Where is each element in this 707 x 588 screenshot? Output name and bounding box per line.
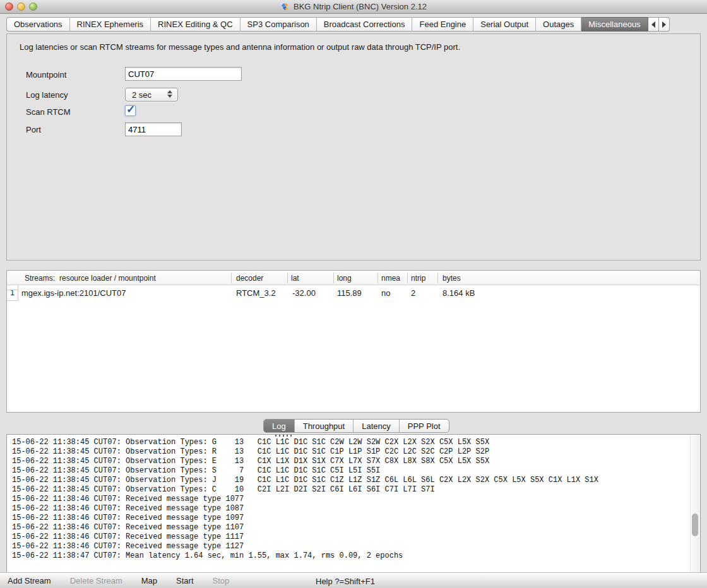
log-line: 15-06-22 11:38:47 CUT07: Mean latency 1.… (12, 551, 684, 561)
tab-label: Observations (14, 20, 62, 29)
bnc-window: { "window": { "title": "BKG Ntrip Client… (0, 0, 707, 588)
delete-stream-button: Delete Stream (70, 576, 122, 585)
streams-header-label: Streams: (25, 274, 55, 283)
cell-nmea: no (381, 288, 390, 298)
streams-table-header: Streams: resource loader / mountpoint de… (7, 271, 700, 285)
log-tab-bar: Log Throughput Latency PPP Plot (263, 419, 449, 433)
log-tab-label: Throughput (303, 421, 345, 431)
log-line: 15-06-22 11:38:45 CUT07: Observation Typ… (12, 457, 684, 466)
log-output[interactable]: 15-06-22 11:38:45 CUT07: Observation Typ… (6, 434, 701, 573)
col-header-long: long (337, 274, 352, 283)
cell-ntrip: 2 (411, 288, 415, 298)
scan-rtcm-label: Scan RTCM (26, 107, 71, 117)
tab-label: Feed Engine (419, 20, 466, 29)
tab-broadcast-corrections[interactable]: Broadcast Corrections (317, 17, 413, 32)
log-line: 15-06-22 11:38:46 CUT07: Received messag… (12, 504, 684, 514)
close-window-button[interactable] (5, 3, 13, 11)
cell-mountpoint: mgex.igs-ip.net:2101/CUT07 (21, 288, 126, 298)
stop-button: Stop (213, 576, 230, 585)
tab-log[interactable]: Log (264, 420, 295, 432)
cell-long: 115.89 (337, 288, 362, 298)
panel-description: Log latencies or scan RTCM streams for m… (20, 42, 460, 52)
col-header-decoder: decoder (236, 274, 263, 283)
start-button[interactable]: Start (176, 576, 193, 585)
tab-label: SP3 Comparison (247, 20, 309, 29)
clipped-log-line (275, 435, 293, 437)
zoom-window-button[interactable] (29, 3, 37, 11)
tab-label: Outages (543, 20, 574, 29)
mountpoint-label: Mountpoint (26, 70, 66, 79)
port-input[interactable] (125, 122, 182, 136)
tab-scroll-left-icon[interactable] (648, 17, 659, 32)
log-scrollbar[interactable] (690, 435, 699, 573)
main-tab-bar: Observations RINEX Ephemeris RINEX Editi… (6, 17, 670, 32)
map-button[interactable]: Map (141, 576, 157, 585)
row-number-gutter (7, 286, 18, 290)
log-line: 15-06-22 11:38:45 CUT07: Observation Typ… (12, 438, 684, 447)
window-title: BKG Ntrip Client (BNC) Version 2.12 (294, 2, 427, 11)
log-scrollbar-thumb[interactable] (692, 514, 698, 536)
log-lines: 15-06-22 11:38:45 CUT07: Observation Typ… (12, 438, 684, 561)
tab-scroll-arrows (648, 17, 670, 32)
stepper-arrows-icon (167, 90, 172, 98)
tab-miscellaneous[interactable]: Miscellaneous (581, 17, 648, 32)
tab-observations[interactable]: Observations (6, 17, 70, 32)
tab-throughput[interactable]: Throughput (295, 420, 354, 432)
log-line: 15-06-22 11:38:46 CUT07: Received messag… (12, 514, 684, 523)
tab-rinex-editing-qc[interactable]: RINEX Editing & QC (151, 17, 241, 32)
minimize-window-button[interactable] (17, 3, 25, 11)
tab-feed-engine[interactable]: Feed Engine (412, 17, 473, 32)
log-latency-value: 2 sec (132, 90, 152, 100)
tab-latency[interactable]: Latency (354, 420, 400, 432)
log-tab-label: Log (272, 421, 286, 431)
bnc-app-icon (280, 2, 290, 11)
tab-scroll-right-icon[interactable] (659, 17, 670, 32)
log-line: 15-06-22 11:38:45 CUT07: Observation Typ… (12, 466, 684, 476)
add-stream-button[interactable]: Add Stream (8, 576, 51, 585)
tab-label: Miscellaneous (588, 20, 640, 29)
tab-label: RINEX Ephemeris (77, 20, 143, 29)
log-latency-dropdown[interactable]: 2 sec (125, 88, 178, 102)
col-header-nmea: nmea (381, 274, 400, 283)
miscellaneous-panel: Log latencies or scan RTCM streams for m… (6, 33, 701, 261)
tab-label: Serial Output (480, 20, 528, 29)
traffic-lights (5, 3, 37, 11)
log-line: 15-06-22 11:38:46 CUT07: Received messag… (12, 542, 684, 551)
help-shortcut-label: Help ?=Shift+F1 (316, 577, 375, 586)
title-bar: BKG Ntrip Client (BNC) Version 2.12 (0, 0, 707, 14)
bottom-toolbar: Add Stream Delete Stream Map Start Stop … (0, 573, 707, 588)
tab-label: RINEX Editing & QC (158, 20, 233, 29)
tab-outages[interactable]: Outages (536, 17, 581, 32)
log-latency-label: Log latency (26, 90, 68, 100)
tab-rinex-ephemeris[interactable]: RINEX Ephemeris (70, 17, 151, 32)
log-line: 15-06-22 11:38:45 CUT07: Observation Typ… (12, 476, 684, 485)
cell-lat: -32.00 (292, 288, 316, 298)
cell-bytes: 8.164 kB (443, 288, 475, 298)
col-header-ntrip: ntrip (411, 274, 425, 283)
log-line: 15-06-22 11:38:45 CUT07: Observation Typ… (12, 485, 684, 495)
scan-rtcm-checkbox[interactable] (125, 105, 136, 116)
tab-label: Broadcast Corrections (324, 20, 405, 29)
log-line: 15-06-22 11:38:46 CUT07: Received messag… (12, 532, 684, 542)
col-header-bytes: bytes (443, 274, 461, 283)
log-line: 15-06-22 11:38:46 CUT07: Received messag… (12, 495, 684, 504)
tab-sp3-comparison[interactable]: SP3 Comparison (241, 17, 317, 32)
log-tab-label: Latency (362, 421, 391, 431)
tab-serial-output[interactable]: Serial Output (473, 17, 536, 32)
col-header-mountpoint: resource loader / mountpoint (59, 274, 156, 283)
cell-decoder: RTCM_3.2 (236, 288, 276, 298)
col-header-lat: lat (291, 274, 299, 283)
tab-ppp-plot[interactable]: PPP Plot (400, 420, 449, 432)
log-line: 15-06-22 11:38:46 CUT07: Received messag… (12, 523, 684, 532)
port-label: Port (26, 125, 41, 134)
log-line: 15-06-22 11:38:45 CUT07: Observation Typ… (12, 447, 684, 457)
streams-table: Streams: resource loader / mountpoint de… (6, 270, 701, 413)
mountpoint-input[interactable] (125, 67, 242, 81)
table-row[interactable]: 1 mgex.igs-ip.net:2101/CUT07 RTCM_3.2 -3… (7, 285, 700, 301)
log-tab-label: PPP Plot (408, 421, 441, 431)
